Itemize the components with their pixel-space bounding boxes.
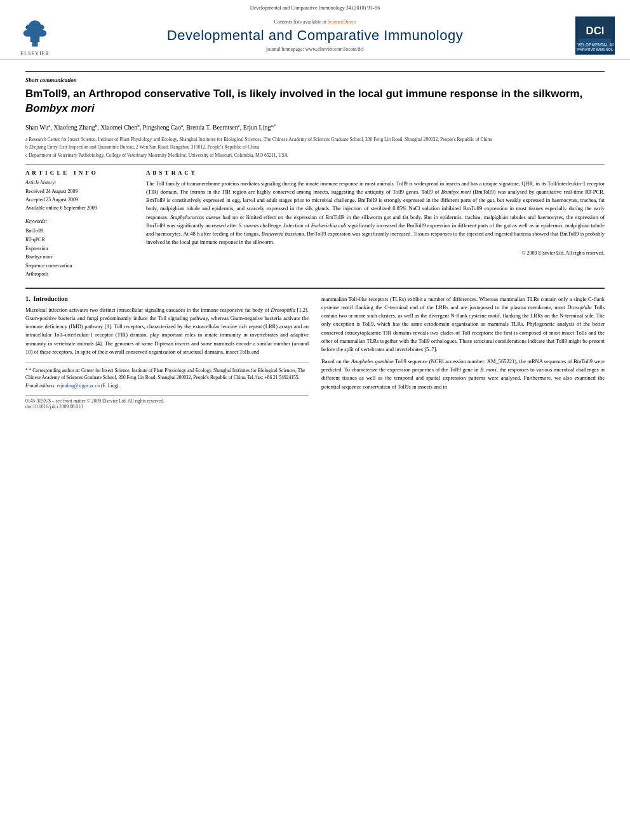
abstract-heading: A B S T R A C T [146,170,605,176]
kw-rtqpcr: RT-qPCR [25,236,133,244]
svg-text:DCI: DCI [586,25,605,37]
page-container: Developmental and Comparative Immunology… [0,0,630,840]
doi-text: doi:10.1016/j.dci.2009.08.010 [25,404,164,410]
received-date: Received 24 August 2009 [25,188,133,196]
sciencedirect-link[interactable]: ScienceDirect [328,19,356,25]
elsevier-label: ELSEVIER [20,51,50,57]
svg-text:COMPARATIVE IMMUNOLOGY: COMPARATIVE IMMUNOLOGY [577,48,613,51]
history-heading: Article history: [25,180,133,185]
article-history-block: Article history: Received 24 August 2009… [25,180,133,212]
svg-point-7 [37,25,44,30]
dci-box: DCI DEVELOPMENTAL AND COMPARATIVE IMMUNO… [575,17,615,55]
footnotes-area: * * Corresponding author at: Center for … [25,363,309,390]
article-type-label: Short communication [25,77,605,83]
issn-text: 0145-305X/$ – see front matter © 2009 El… [25,398,164,404]
affiliations: a Research Center for Insect Science, In… [25,136,605,159]
intro-p2: mammalian Toll-like receptors (TLRs) exh… [321,295,605,354]
journal-header: Developmental and Comparative Immunology… [0,0,630,60]
journal-title-block: Contents lists available at ScienceDirec… [70,19,560,52]
affiliation-a: a Research Center for Insect Science, In… [25,136,605,143]
kw-bmtoll9: BmToll9 [25,227,133,236]
copyright-line: © 2009 Elsevier Ltd. All rights reserved… [146,250,605,256]
kw-bombyx: Bombyx mori [25,253,133,262]
article-info-heading: A R T I C L E I N F O [25,170,133,176]
body-right-col: mammalian Toll-like receptors (TLRs) exh… [321,295,605,410]
article-title: BmToll9, an Arthropod conservative Toll,… [25,87,605,116]
intro-number: 1. [25,295,30,302]
svg-point-3 [23,30,33,37]
corresponding-footnote: * * Corresponding author at: Center for … [25,367,309,382]
available-date: Available online 6 September 2009 [25,204,133,213]
body-cols: 1. Introduction Microbial infection acti… [25,295,605,410]
kw-conservation: Sequence conservation [25,262,133,270]
elsevier-tree-icon [16,15,54,50]
svg-point-4 [37,30,47,37]
issn-line: 0145-305X/$ – see front matter © 2009 El… [25,398,164,410]
journal-homepage: journal homepage: www.elsevier.com/locat… [70,46,560,52]
intro-p1: Microbial infection activates two distin… [25,306,309,356]
contents-text: Contents lists available at [274,19,326,25]
keywords-heading: Keywords: [25,218,133,224]
elsevier-logo: ELSEVIER [13,15,57,57]
intro-p3: Based on the Anopheles gambiae Toll9 seq… [321,357,605,391]
article-title-text: BmToll9, an Arthropod conservative Toll,… [25,88,582,114]
email-label: E-mail address: [25,383,56,389]
article-content: Short communication BmToll9, an Arthropo… [0,60,630,422]
email-footnote: E-mail address: erjunling@sippe.ac.cn (E… [25,382,309,389]
abstract-col: A B S T R A C T The Toll family of trans… [146,170,605,279]
kw-arthropods: Arthropods [25,270,133,279]
keywords-block: Keywords: BmToll9 RT-qPCR Expression Bom… [25,218,133,279]
intro-title: 1. Introduction [25,295,309,302]
kw-expression: Expression [25,244,133,253]
kw-bombyx-italic: Bombyx mori [25,254,53,260]
affiliation-c: c Department of Veterinary Pathobiology,… [25,152,605,159]
dci-image-icon: DCI DEVELOPMENTAL AND COMPARATIVE IMMUNO… [577,17,613,55]
body-left-col: 1. Introduction Microbial infection acti… [25,295,309,410]
info-abstract-cols: A R T I C L E I N F O Article history: R… [25,170,605,279]
sciencedirect-line: Contents lists available at ScienceDirec… [70,19,560,25]
affiliation-divider [25,164,605,164]
svg-point-6 [25,25,32,30]
bottom-bar: 0145-305X/$ – see front matter © 2009 El… [25,395,309,410]
intro-label: Introduction [34,295,68,302]
accepted-date: Accepted 25 August 2009 [25,196,133,204]
article-title-italic: Bombyx mori [25,102,95,114]
svg-text:DEVELOPMENTAL AND: DEVELOPMENTAL AND [577,43,613,47]
journal-citation: Developmental and Comparative Immunology… [13,5,617,11]
abstract-text: The Toll family of transmembrane protein… [146,180,605,246]
article-info-col: A R T I C L E I N F O Article history: R… [25,170,133,279]
header-divider [25,71,605,72]
authors-line: Shan Wua, Xiaofeng Zhangb, Xiaomei Chenb… [25,123,605,132]
keywords-list: BmToll9 RT-qPCR Expression Bombyx mori S… [25,227,133,279]
journal-main-title: Developmental and Comparative Immunology [70,27,560,44]
email-address[interactable]: erjunling@sippe.ac.cn [57,383,100,389]
body-divider [25,288,605,289]
affiliation-b: b Zhejiang Entry-Exit Inspection and Qua… [25,143,605,150]
dci-logo: DCI DEVELOPMENTAL AND COMPARATIVE IMMUNO… [573,17,617,55]
email-suffix: (E. Ling). [101,383,119,389]
